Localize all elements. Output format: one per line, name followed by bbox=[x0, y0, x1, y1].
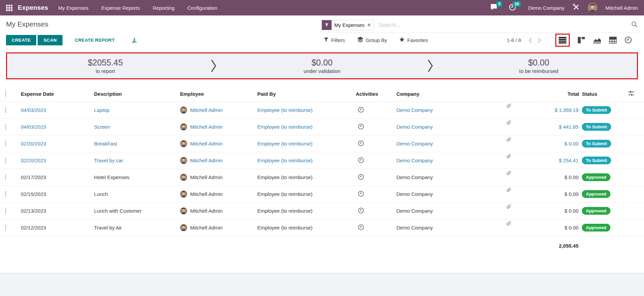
user-menu[interactable]: Mitchell Admin bbox=[605, 5, 638, 11]
list-view-button[interactable] bbox=[555, 34, 570, 47]
paperclip-icon[interactable] bbox=[506, 102, 544, 110]
row-employee[interactable]: Mitchell Admin bbox=[190, 225, 223, 230]
row-employee[interactable]: Mitchell Admin bbox=[190, 158, 223, 163]
row-employee[interactable]: Mitchell Admin bbox=[190, 124, 223, 130]
table-row[interactable]: 02/15/2023 Lunch Mitchell Admin Employee… bbox=[0, 185, 644, 202]
table-row[interactable]: 02/12/2023 Travel by Air Mitchell Admin … bbox=[0, 219, 644, 236]
paperclip-icon[interactable] bbox=[506, 152, 544, 160]
activity-clock-icon[interactable] bbox=[356, 123, 396, 131]
row-paid-by[interactable]: Employee (to reimburse) bbox=[257, 208, 356, 214]
paperclip-icon[interactable] bbox=[506, 135, 544, 143]
table-row[interactable]: 02/20/2023 Travel by car Mitchell Admin … bbox=[0, 152, 644, 169]
row-company[interactable]: Demo Company bbox=[396, 141, 506, 146]
header-company[interactable]: Company bbox=[396, 91, 506, 97]
row-date[interactable]: 02/15/2023 bbox=[21, 191, 94, 197]
menu-configuration[interactable]: Configuration bbox=[187, 5, 217, 11]
row-paid-by[interactable]: Employee (to reimburse) bbox=[257, 158, 356, 163]
row-employee[interactable]: Mitchell Admin bbox=[190, 141, 223, 146]
header-employee[interactable]: Employee bbox=[180, 91, 257, 97]
activity-clock-icon[interactable] bbox=[356, 224, 396, 231]
activity-clock-icon[interactable] bbox=[356, 174, 396, 181]
row-checkbox[interactable] bbox=[5, 191, 6, 197]
adjust-columns-icon[interactable] bbox=[624, 90, 641, 97]
facet-close-icon[interactable]: ✕ bbox=[367, 20, 374, 30]
table-row[interactable]: 04/03/2023 Laptop Mitchell Admin Employe… bbox=[0, 101, 644, 118]
row-date[interactable]: 02/20/2023 bbox=[21, 158, 94, 163]
row-description[interactable]: Screen bbox=[94, 124, 180, 130]
row-checkbox[interactable] bbox=[5, 107, 6, 113]
pivot-view-button[interactable] bbox=[609, 37, 617, 44]
row-company[interactable]: Demo Company bbox=[396, 107, 506, 113]
activity-view-button[interactable] bbox=[625, 36, 632, 44]
kanban-view-button[interactable] bbox=[577, 37, 585, 44]
app-title[interactable]: Expenses bbox=[18, 4, 48, 11]
header-paid-by[interactable]: Paid By bbox=[257, 91, 356, 97]
header-status[interactable]: Status bbox=[582, 91, 624, 97]
row-checkbox[interactable] bbox=[5, 124, 6, 130]
table-row[interactable]: 02/20/2023 BreakFast Mitchell Admin Empl… bbox=[0, 135, 644, 152]
apps-menu-icon[interactable] bbox=[6, 5, 12, 11]
row-paid-by[interactable]: Employee (to reimburse) bbox=[257, 141, 356, 146]
row-date[interactable]: 04/03/2023 bbox=[21, 107, 94, 113]
row-paid-by[interactable]: Employee (to reimburse) bbox=[257, 107, 356, 113]
row-paid-by[interactable]: Employee (to reimburse) bbox=[257, 174, 356, 180]
row-paid-by[interactable]: Employee (to reimburse) bbox=[257, 191, 356, 197]
row-description[interactable]: Lunch bbox=[94, 191, 180, 197]
row-date[interactable]: 02/12/2023 bbox=[21, 225, 94, 230]
row-checkbox[interactable] bbox=[5, 208, 6, 214]
search-input[interactable]: Search... bbox=[379, 22, 631, 28]
row-employee[interactable]: Mitchell Admin bbox=[190, 107, 223, 113]
table-row[interactable]: 02/13/2023 Lunch with Customer Mitchell … bbox=[0, 202, 644, 219]
row-date[interactable]: 02/20/2023 bbox=[21, 141, 94, 146]
messages-button[interactable]: 5 bbox=[490, 4, 498, 12]
activity-clock-icon[interactable] bbox=[356, 157, 396, 164]
create-button[interactable]: CREATE bbox=[6, 35, 36, 45]
pager-previous-icon[interactable] bbox=[526, 37, 535, 43]
activity-clock-icon[interactable] bbox=[356, 140, 396, 147]
group-by-dropdown[interactable]: Group By bbox=[357, 36, 387, 44]
row-paid-by[interactable]: Employee (to reimburse) bbox=[257, 225, 356, 230]
row-employee[interactable]: Mitchell Admin bbox=[190, 208, 223, 214]
header-activities[interactable]: Activities bbox=[356, 91, 396, 97]
table-row[interactable]: 02/17/2023 Hotel Expenses Mitchell Admin… bbox=[0, 169, 644, 185]
row-company[interactable]: Demo Company bbox=[396, 191, 506, 197]
row-company[interactable]: Demo Company bbox=[396, 174, 506, 180]
graph-view-button[interactable] bbox=[593, 37, 601, 44]
user-avatar[interactable] bbox=[588, 3, 597, 12]
paperclip-icon[interactable] bbox=[506, 219, 544, 227]
row-employee[interactable]: Mitchell Admin bbox=[190, 191, 223, 197]
row-company[interactable]: Demo Company bbox=[396, 225, 506, 230]
pager-next-icon[interactable] bbox=[535, 37, 544, 43]
row-company[interactable]: Demo Company bbox=[396, 124, 506, 130]
row-date[interactable]: 02/17/2023 bbox=[21, 174, 94, 180]
activities-button[interactable]: 28 bbox=[509, 4, 516, 12]
create-report-button[interactable]: CREATE REPORT bbox=[69, 35, 120, 45]
filters-dropdown[interactable]: Filters bbox=[324, 37, 345, 43]
paperclip-icon[interactable] bbox=[506, 186, 544, 194]
row-checkbox[interactable] bbox=[5, 157, 6, 164]
row-description[interactable]: Lunch with Customer bbox=[94, 208, 180, 214]
row-date[interactable]: 02/13/2023 bbox=[21, 208, 94, 214]
row-company[interactable]: Demo Company bbox=[396, 208, 506, 214]
row-description[interactable]: Hotel Expenses bbox=[94, 174, 180, 180]
menu-expense-reports[interactable]: Expense Reports bbox=[101, 5, 140, 11]
row-description[interactable]: Travel by Air bbox=[94, 225, 180, 230]
select-all-checkbox[interactable] bbox=[5, 91, 6, 97]
company-switcher[interactable]: Demo Company bbox=[528, 5, 564, 11]
activity-clock-icon[interactable] bbox=[356, 207, 396, 215]
row-date[interactable]: 04/03/2023 bbox=[21, 124, 94, 130]
header-expense-date[interactable]: Expense Date bbox=[21, 91, 94, 97]
row-checkbox[interactable] bbox=[5, 140, 6, 147]
activity-clock-icon[interactable] bbox=[356, 191, 396, 198]
paperclip-icon[interactable] bbox=[506, 203, 544, 210]
menu-my-expenses[interactable]: My Expenses bbox=[58, 5, 88, 11]
row-description[interactable]: Laptop bbox=[94, 107, 180, 113]
row-checkbox[interactable] bbox=[5, 174, 6, 180]
table-row[interactable]: 04/03/2023 Screen Mitchell Admin Employe… bbox=[0, 118, 644, 135]
tools-icon[interactable] bbox=[572, 3, 580, 12]
paperclip-icon[interactable] bbox=[506, 119, 544, 126]
search-bar[interactable]: My Expenses ✕ Search... bbox=[321, 17, 638, 33]
paperclip-icon[interactable] bbox=[506, 169, 544, 177]
scan-button[interactable]: SCAN bbox=[38, 35, 62, 45]
menu-reporting[interactable]: Reporting bbox=[153, 5, 174, 11]
